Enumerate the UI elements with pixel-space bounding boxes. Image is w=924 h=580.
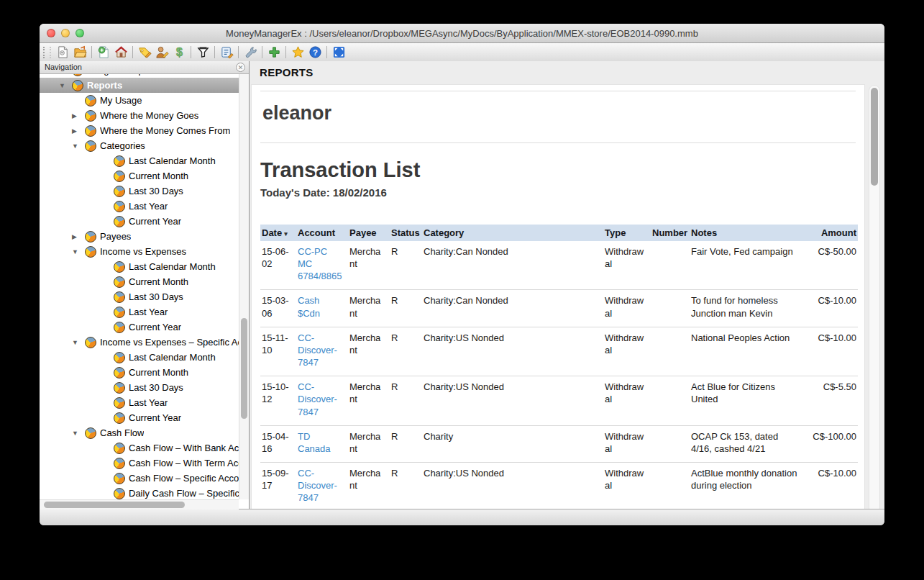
organize-categories-button[interactable]: [136, 45, 153, 60]
tree-item-last-30-days[interactable]: Last 30 Days: [40, 289, 239, 304]
tree-item-cash-flow-with-bank-accounts[interactable]: Cash Flow – With Bank Accounts: [40, 440, 239, 456]
tree-item-last-year[interactable]: Last Year: [40, 199, 239, 214]
tree-item-label: Payees: [100, 231, 131, 242]
cell-date: 15-09-17: [260, 463, 296, 509]
account-link[interactable]: CC-Discover-7847: [298, 381, 337, 417]
tree-item-last-calendar-month[interactable]: Last Calendar Month: [40, 259, 239, 274]
account-link[interactable]: TD Canada: [298, 431, 331, 454]
disclosure-open-icon[interactable]: ▼: [72, 248, 85, 255]
tree-item-cash-flow[interactable]: ▼Cash Flow: [40, 425, 239, 440]
new-transaction-button[interactable]: [265, 45, 283, 60]
table-row: 15-11-10CC-Discover-7847MerchantRCharity…: [260, 327, 858, 376]
column-header-payee[interactable]: Payee: [348, 225, 390, 241]
account-link[interactable]: CC-Discover-7847: [298, 332, 337, 368]
tree-item-current-month[interactable]: Current Month: [40, 168, 239, 183]
tree-item-my-usage[interactable]: My Usage: [40, 93, 239, 108]
close-window-button[interactable]: [47, 29, 55, 37]
home-icon: [114, 45, 128, 59]
disclosure-closed-icon[interactable]: ▶: [72, 233, 85, 240]
toolbar-separator: [132, 46, 133, 58]
options-button[interactable]: [242, 45, 259, 60]
column-header-category[interactable]: Category: [422, 225, 603, 241]
tree-item-current-year[interactable]: Current Year: [40, 320, 239, 335]
column-header-notes[interactable]: Notes: [690, 225, 804, 241]
tree-item-income-vs-expenses-specific-accounts[interactable]: ▼Income vs Expenses – Specific Accounts: [40, 335, 239, 350]
divider: [260, 142, 856, 143]
help-button[interactable]: ?: [306, 45, 324, 60]
tree-item-current-month[interactable]: Current Month: [40, 274, 239, 289]
tree-item-current-year[interactable]: Current Year: [40, 214, 239, 229]
cell-payee: Merchant: [348, 327, 390, 376]
tree-item-categories[interactable]: ▼Categories: [40, 138, 239, 153]
navigation-panel-header: Navigation ✕: [40, 61, 249, 74]
organize-currency-button[interactable]: $: [170, 45, 188, 60]
home-button[interactable]: [112, 45, 129, 60]
tree-item-current-year[interactable]: Current Year: [40, 410, 239, 425]
account-link[interactable]: Cash $Cdn: [298, 295, 320, 318]
account-link[interactable]: CC-PC MC 6784/8865: [298, 246, 342, 281]
column-header-number[interactable]: Number: [651, 225, 690, 241]
cell-category: Charity:Can Nonded: [422, 241, 603, 290]
cell-date: 15-04-16: [260, 425, 296, 462]
pie-chart-icon: [85, 246, 96, 258]
navigation-vertical-scrollbar-thumb[interactable]: [241, 318, 247, 419]
budget-setup-button[interactable]: [289, 45, 306, 60]
tree-item-last-calendar-month[interactable]: Last Calendar Month: [40, 350, 239, 365]
navigation-horizontal-scrollbar[interactable]: [40, 499, 239, 509]
disclosure-closed-icon[interactable]: ▶: [72, 112, 85, 119]
zoom-window-button[interactable]: [76, 29, 84, 37]
fullscreen-button[interactable]: [330, 45, 347, 60]
new-database-button[interactable]: [54, 45, 71, 60]
title-bar[interactable]: MoneyManagerEx : /Users/eleanor/Dropbox/…: [40, 24, 884, 43]
cell-account: CC-PC MC 6784/8865: [296, 241, 348, 290]
cell-date: 15-03-06: [260, 290, 296, 327]
column-header-amount[interactable]: Amount: [804, 225, 858, 241]
transaction-filter-button[interactable]: [194, 45, 211, 60]
tree-item-last-calendar-month[interactable]: Last Calendar Month: [40, 153, 239, 168]
tree-item-cash-flow-with-term-accounts[interactable]: Cash Flow – With Term Accounts: [40, 456, 239, 471]
tree-item-last-year[interactable]: Last Year: [40, 395, 239, 410]
report-vertical-scrollbar[interactable]: [869, 85, 880, 509]
tree-item-label: Cash Flow – With Bank Accounts: [129, 443, 239, 453]
disclosure-open-icon[interactable]: ▼: [72, 339, 85, 346]
close-panel-icon[interactable]: ✕: [236, 63, 245, 72]
general-report-manager-button[interactable]: [218, 45, 235, 60]
toolbar-drag-handle[interactable]: [43, 47, 51, 58]
help-icon: ?: [308, 45, 322, 59]
open-database-button[interactable]: [71, 45, 88, 60]
cell-type: Withdrawal: [603, 425, 651, 462]
cell-payee: Merchant: [348, 241, 390, 290]
cell-number: [651, 241, 690, 290]
minimize-window-button[interactable]: [61, 29, 70, 37]
tree-item-cash-flow-specific-accounts[interactable]: Cash Flow – Specific Accounts: [40, 471, 239, 486]
disclosure-open-icon[interactable]: ▼: [72, 142, 85, 150]
tree-item-daily-cash-flow-specific-accounts[interactable]: Daily Cash Flow – Specific Accounts: [40, 486, 239, 499]
disclosure-open-icon[interactable]: ▼: [72, 430, 85, 437]
tree-item-income-vs-expenses[interactable]: ▼Income vs Expenses: [40, 244, 239, 259]
disclosure-closed-icon[interactable]: ▶: [72, 127, 85, 135]
tree-item-where-the-money-comes-from[interactable]: ▶Where the Money Comes From: [40, 123, 239, 138]
column-header-status[interactable]: Status: [390, 225, 422, 241]
tree-item-last-30-days[interactable]: Last 30 Days: [40, 380, 239, 395]
tree-item-current-month[interactable]: Current Month: [40, 365, 239, 380]
cell-amount: C$-10.00: [804, 463, 858, 509]
tree-item-reports[interactable]: ▼Reports: [40, 78, 239, 93]
column-header-date[interactable]: Date▾: [260, 225, 296, 241]
column-header-account[interactable]: Account: [296, 225, 348, 241]
disclosure-open-icon[interactable]: ▼: [59, 82, 72, 89]
report-vertical-scrollbar-thumb[interactable]: [871, 88, 878, 186]
tree-item-payees[interactable]: ▶Payees: [40, 229, 239, 244]
navigation-vertical-scrollbar[interactable]: [239, 73, 249, 499]
column-header-label: Payee: [349, 227, 377, 238]
navigation-horizontal-scrollbar-thumb[interactable]: [44, 502, 185, 508]
column-header-type[interactable]: Type: [603, 225, 651, 241]
column-header-label: Date: [262, 227, 282, 238]
pie-chart-icon: [114, 458, 125, 469]
tree-item-where-the-money-goes[interactable]: ▶Where the Money Goes: [40, 108, 239, 123]
tree-item-last-30-days[interactable]: Last 30 Days: [40, 183, 239, 199]
tree-item-last-year[interactable]: Last Year: [40, 304, 239, 320]
account-link[interactable]: CC-Discover-7847: [298, 468, 337, 503]
new-account-button[interactable]: [95, 45, 112, 60]
organize-payees-button[interactable]: [153, 45, 170, 60]
cell-status: R: [390, 463, 422, 509]
